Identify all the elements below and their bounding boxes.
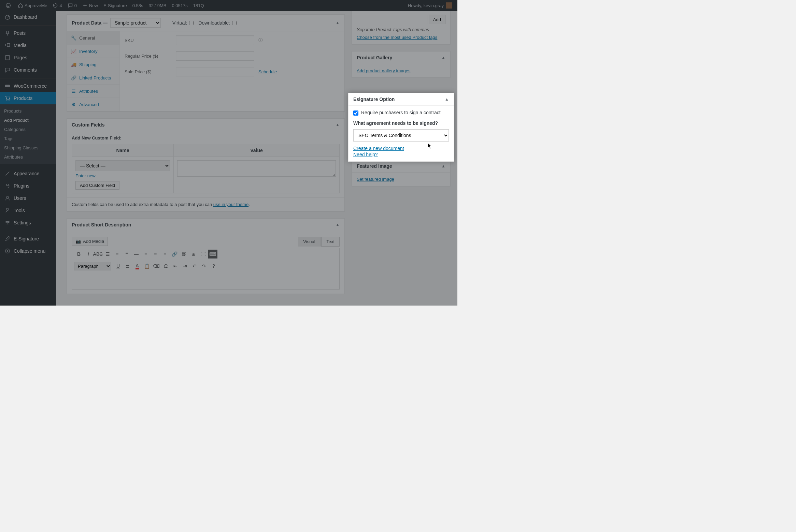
howdy-user[interactable]: Howdy, kevin.gray [405,0,455,11]
strike-icon[interactable]: ABC [93,250,103,258]
clear-format-icon[interactable]: ⌫ [152,262,161,270]
underline-icon[interactable]: U [113,262,123,270]
tab-attributes[interactable]: ☰Attributes [67,85,119,98]
hr-icon[interactable]: — [131,250,141,258]
downloadable-checkbox[interactable] [232,21,237,25]
unlink-icon[interactable]: ⛓ [179,250,189,258]
box-toggle-icon[interactable]: ▲ [441,55,445,60]
box-toggle-icon[interactable]: ▲ [336,20,340,25]
special-char-icon[interactable]: Ω [161,262,171,270]
fullscreen-icon[interactable]: ⛶ [198,250,208,258]
cf-name-select[interactable]: — Select — [75,160,170,171]
more-icon[interactable]: ⊞ [189,250,198,258]
submenu-tags[interactable]: Tags [0,134,56,143]
add-custom-field-button[interactable]: Add Custom Field [75,181,119,190]
box-toggle-icon[interactable]: ▲ [336,122,340,127]
submenu-categories[interactable]: Categories [0,125,56,134]
ol-icon[interactable]: ≡ [112,250,122,258]
cf-value-textarea[interactable] [177,160,336,177]
topbar-profile-s[interactable]: 0.0517s [169,0,190,11]
regular-price-input[interactable] [176,51,254,61]
align-right-icon[interactable]: ≡ [160,250,170,258]
sku-input[interactable] [176,35,254,45]
sidebar-item-woocommerce[interactable]: WooCommerce [0,78,56,92]
sidebar-item-appearance[interactable]: Appearance [0,166,56,180]
tab-advanced[interactable]: ⚙Advanced [67,98,119,111]
sidebar-item-tools[interactable]: Tools [0,204,56,217]
topbar-esig[interactable]: E-Signature [101,0,130,11]
sidebar-item-collapse[interactable]: Collapse menu [0,245,56,257]
topbar-profile-q[interactable]: 181Q [190,0,207,11]
tab-general[interactable]: 🔧General [67,31,119,45]
popular-tags-link[interactable]: Choose from the most used Product tags [357,35,437,40]
box-toggle-icon[interactable]: ▲ [441,164,445,168]
editor-tab-visual[interactable]: Visual [298,237,320,247]
ul-icon[interactable]: ☰ [103,250,112,258]
cf-enter-new-link[interactable]: Enter new [75,173,96,178]
redo-icon[interactable]: ↷ [199,262,209,270]
sidebar-item-esignature[interactable]: E-Signature [0,231,56,245]
create-document-link[interactable]: Create a new document [353,146,449,151]
indent-icon[interactable]: ⇥ [180,262,190,270]
product-type-select[interactable]: Simple product [110,18,161,28]
italic-icon[interactable]: I [84,250,93,258]
site-home[interactable]: ApproveMe [15,0,50,11]
submenu-attributes[interactable]: Attributes [0,152,56,162]
virtual-checkbox[interactable] [189,21,194,25]
updates-item[interactable]: 4 [50,0,65,11]
tab-inventory[interactable]: 📈Inventory [67,45,119,58]
submenu-products[interactable]: Products [0,106,56,116]
sidebar-item-settings[interactable]: Settings [0,217,56,229]
require-sign-checkbox[interactable] [353,110,358,116]
align-left-icon[interactable]: ≡ [141,250,151,258]
add-media-button[interactable]: 📷 Add Media [72,237,108,246]
editor-content-area[interactable] [72,272,339,289]
agreement-select[interactable]: SEO Terms & Conditions [353,129,449,142]
require-sign-label[interactable]: Require purchasers to sign a contract [353,110,449,116]
align-center-icon[interactable]: ≡ [151,250,160,258]
help-icon[interactable]: ⓘ [258,37,263,43]
product-tag-input[interactable] [357,15,427,24]
new-item[interactable]: New [80,0,101,11]
topbar-profile-time[interactable]: 0.58s [130,0,146,11]
use-in-theme-link[interactable]: use in your theme [213,202,248,207]
sidebar-item-users[interactable]: Users [0,192,56,204]
sidebar-item-media[interactable]: Media [0,39,56,51]
sidebar-item-products[interactable]: Products [0,92,56,104]
justify-icon[interactable]: ≣ [123,262,132,270]
link-icon[interactable]: 🔗 [170,250,179,258]
box-toggle-icon[interactable]: ▲ [336,222,340,227]
help-icon[interactable]: ? [209,262,218,270]
quote-icon[interactable]: ❝ [122,250,131,258]
sidebar-item-comments[interactable]: Comments [0,64,56,76]
undo-icon[interactable]: ↶ [190,262,199,270]
submenu-add-product[interactable]: Add Product [0,116,56,125]
wp-logo[interactable] [3,0,15,11]
sidebar-item-plugins[interactable]: Plugins [0,180,56,192]
outdent-icon[interactable]: ⇤ [171,262,180,270]
toolbar-toggle-icon[interactable]: ⌨ [208,250,217,258]
submenu-shipping-classes[interactable]: Shipping Classes [0,143,56,152]
bold-icon[interactable]: B [74,250,84,258]
editor-tab-text[interactable]: Text [321,237,340,247]
set-featured-image-link[interactable]: Set featured image [357,177,394,182]
paragraph-select[interactable]: Paragraph [74,262,111,270]
sidebar-item-posts[interactable]: Posts [0,25,56,39]
tab-shipping[interactable]: 🚚Shipping [67,58,119,71]
comments-item[interactable]: 0 [65,0,80,11]
textcolor-icon[interactable]: A [132,262,142,270]
topbar-profile-mem[interactable]: 32.19MB [146,0,169,11]
paste-icon[interactable]: 📋 [142,262,152,270]
box-toggle-icon[interactable]: ▲ [445,97,449,102]
sidebar-item-pages[interactable]: Pages [0,51,56,64]
regular-price-label: Regular Price ($) [125,54,176,59]
tab-linked-products[interactable]: 🔗Linked Products [67,71,119,85]
cf-name-header: Name [72,144,174,157]
need-help-link[interactable]: Need help? [353,152,449,157]
sidebar-item-dashboard[interactable]: Dashboard [0,11,56,23]
sale-price-input[interactable] [176,67,254,76]
user-avatar [446,2,452,9]
schedule-link[interactable]: Schedule [258,69,277,74]
add-gallery-images-link[interactable]: Add product gallery images [357,68,411,73]
add-tag-button[interactable]: Add [429,15,445,24]
